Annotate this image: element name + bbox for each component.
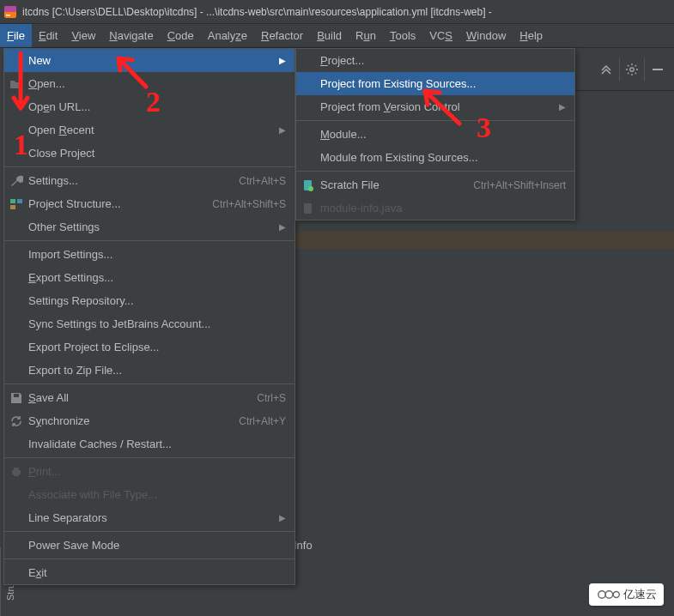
separator xyxy=(296,120,574,121)
menu-import-settings[interactable]: Import Settings... xyxy=(4,243,294,266)
separator xyxy=(4,383,294,384)
chevron-right-icon: ▶ xyxy=(279,222,286,232)
menu-settings[interactable]: Settings...Ctrl+Alt+S xyxy=(4,169,294,192)
menu-edit[interactable]: Edit xyxy=(32,24,64,47)
title-bar: itcdns [C:\Users\DELL\Desktop\itcdns] - … xyxy=(0,0,674,24)
separator xyxy=(4,559,294,559)
menu-tools[interactable]: Tools xyxy=(383,24,422,47)
scratch-file-icon xyxy=(301,178,315,192)
collapse-icon[interactable] xyxy=(595,58,617,81)
svg-rect-2 xyxy=(6,15,10,16)
svg-rect-5 xyxy=(10,199,15,203)
svg-point-17 xyxy=(613,592,619,598)
watermark-text: 亿速云 xyxy=(623,587,657,602)
chevron-right-icon: ▶ xyxy=(279,513,286,522)
separator xyxy=(296,171,574,172)
sync-icon xyxy=(9,414,23,428)
watermark-logo: 亿速云 xyxy=(589,583,664,606)
menu-vcs[interactable]: VCS xyxy=(422,24,459,47)
menu-export-settings[interactable]: Export Settings... xyxy=(4,266,294,289)
chevron-right-icon: ▶ xyxy=(279,125,286,135)
submenu-module-from-existing-sources[interactable]: Module from Existing Sources... xyxy=(296,146,574,169)
menu-other-settings[interactable]: Other Settings▶ xyxy=(4,215,294,239)
chevron-right-icon: ▶ xyxy=(279,56,286,65)
menu-open-recent[interactable]: Open Recent▶ xyxy=(4,118,294,142)
menu-invalidate-caches[interactable]: Invalidate Caches / Restart... xyxy=(4,432,294,456)
svg-rect-6 xyxy=(17,199,22,203)
svg-rect-11 xyxy=(14,474,19,476)
minimize-icon[interactable] xyxy=(647,58,669,81)
menu-print: Print... xyxy=(4,460,294,483)
svg-point-16 xyxy=(605,591,612,598)
svg-rect-10 xyxy=(14,468,19,470)
submenu-scratch-file[interactable]: Scratch FileCtrl+Alt+Shift+Insert xyxy=(296,173,574,196)
svg-rect-8 xyxy=(14,394,19,397)
editor-highlight-strip xyxy=(295,232,674,249)
file-dropdown: New▶ Open... Open URL... Open Recent▶ Cl… xyxy=(3,48,295,585)
menu-power-save-mode[interactable]: Power Save Mode xyxy=(4,534,294,557)
folder-open-icon xyxy=(9,77,23,91)
svg-rect-14 xyxy=(304,203,312,214)
submenu-project[interactable]: Project... xyxy=(296,49,574,72)
menu-navigate[interactable]: Navigate xyxy=(102,24,160,47)
svg-point-3 xyxy=(630,67,634,70)
menu-export-zip[interactable]: Export to Zip File... xyxy=(4,359,294,382)
svg-rect-1 xyxy=(4,6,16,12)
new-submenu: Project... Project from Existing Sources… xyxy=(295,48,575,220)
menu-refactor[interactable]: Refactor xyxy=(254,24,310,47)
menu-help[interactable]: Help xyxy=(513,24,550,47)
print-icon xyxy=(9,465,23,479)
menu-window[interactable]: Window xyxy=(459,24,513,47)
menu-open-url[interactable]: Open URL... xyxy=(4,95,294,118)
svg-point-13 xyxy=(308,186,313,191)
menu-exit[interactable]: Exit xyxy=(4,561,294,584)
svg-rect-4 xyxy=(653,69,663,70)
wrench-icon xyxy=(9,174,23,188)
separator xyxy=(4,457,294,458)
menu-code[interactable]: Code xyxy=(161,24,201,47)
svg-point-15 xyxy=(598,591,605,598)
app-icon xyxy=(3,5,17,19)
menu-export-eclipse[interactable]: Export Project to Eclipse... xyxy=(4,335,294,359)
menu-associate-file-type: Associate with File Type... xyxy=(4,483,294,506)
menu-view[interactable]: View xyxy=(64,24,102,47)
separator xyxy=(4,240,294,241)
menu-project-structure[interactable]: Project Structure...Ctrl+Alt+Shift+S xyxy=(4,192,294,215)
menu-run[interactable]: Run xyxy=(349,24,383,47)
menu-open[interactable]: Open... xyxy=(4,72,294,95)
submenu-module-info-java: module-info.java xyxy=(296,196,574,220)
menu-synchronize[interactable]: SynchronizeCtrl+Alt+Y xyxy=(4,409,294,432)
submenu-module[interactable]: Module... xyxy=(296,123,574,146)
menu-line-separators[interactable]: Line Separators▶ xyxy=(4,506,294,529)
gear-icon[interactable] xyxy=(619,58,645,81)
menu-save-all[interactable]: Save AllCtrl+S xyxy=(4,386,294,409)
project-structure-icon xyxy=(9,197,23,211)
java-file-icon xyxy=(301,202,315,215)
submenu-project-from-existing-sources[interactable]: Project from Existing Sources... xyxy=(296,72,574,95)
menu-settings-repository[interactable]: Settings Repository... xyxy=(4,289,294,312)
window-title: itcdns [C:\Users\DELL\Desktop\itcdns] - … xyxy=(22,6,492,18)
svg-rect-7 xyxy=(10,205,15,209)
menu-close-project[interactable]: Close Project xyxy=(4,142,294,165)
save-icon xyxy=(9,391,23,405)
separator xyxy=(4,531,294,532)
separator xyxy=(4,166,294,167)
menu-sync-jetbrains[interactable]: Sync Settings to JetBrains Account... xyxy=(4,312,294,335)
menu-analyze[interactable]: Analyze xyxy=(201,24,254,47)
submenu-project-from-version-control[interactable]: Project from Version Control▶ xyxy=(296,95,574,118)
toolbar-right xyxy=(571,48,674,91)
chevron-right-icon: ▶ xyxy=(559,102,566,112)
tree-info-label: Info xyxy=(294,539,313,552)
menu-file[interactable]: File xyxy=(0,24,32,47)
menu-build[interactable]: Build xyxy=(310,24,349,47)
menu-bar: File Edit View Navigate Code Analyze Ref… xyxy=(0,24,674,48)
menu-new[interactable]: New▶ xyxy=(4,49,294,72)
